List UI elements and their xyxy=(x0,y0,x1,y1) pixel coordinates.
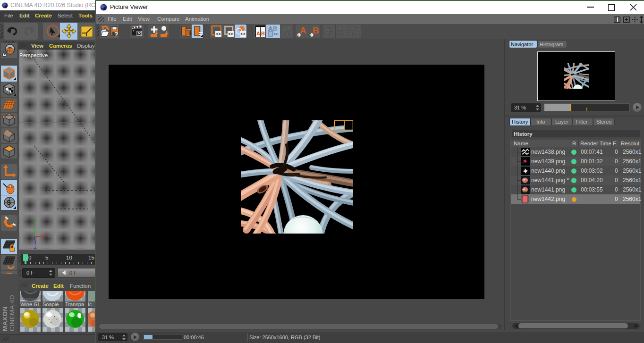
svg-text:Z: Z xyxy=(34,245,37,250)
svg-text:?: ? xyxy=(114,31,118,37)
svg-text:A: A xyxy=(338,26,341,31)
svg-text:A: A xyxy=(325,29,329,34)
svg-text:Y: Y xyxy=(34,220,36,225)
svg-text:B: B xyxy=(356,32,359,36)
svg-text:B: B xyxy=(313,25,319,35)
svg-text:B: B xyxy=(330,29,333,34)
svg-text:B: B xyxy=(261,31,265,36)
svg-text:X: X xyxy=(46,234,49,238)
svg-text:AB: AB xyxy=(282,25,292,33)
svg-text:S: S xyxy=(7,199,11,206)
svg-text:B: B xyxy=(338,32,341,36)
svg-text:A: A xyxy=(300,25,306,35)
svg-text:A: A xyxy=(256,31,260,36)
svg-text:A: A xyxy=(351,26,354,31)
